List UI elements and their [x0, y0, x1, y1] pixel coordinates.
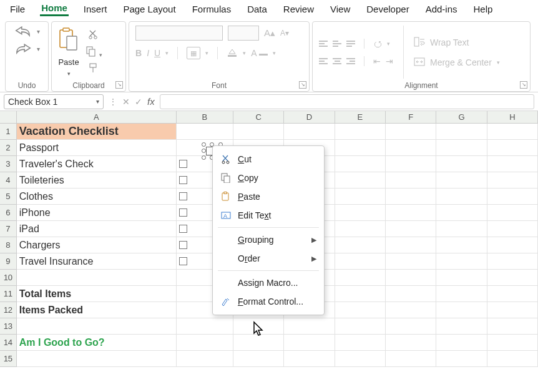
row-header[interactable]: 13 [0, 318, 17, 335]
column-header[interactable]: B [177, 111, 233, 124]
checkbox[interactable] [179, 176, 187, 184]
tab-home[interactable]: Home [40, 1, 69, 16]
row-header[interactable]: 1 [0, 124, 17, 140]
row-header[interactable]: 10 [0, 270, 17, 286]
fx-icon[interactable]: fx [147, 96, 155, 107]
row-header[interactable]: 3 [0, 156, 17, 172]
column-header[interactable]: F [386, 111, 436, 124]
cell[interactable]: Am I Good to Go? [17, 335, 177, 351]
font-color-icon[interactable]: A [251, 48, 267, 58]
tab-page-layout[interactable]: Page Layout [122, 2, 177, 16]
row-header[interactable]: 6 [0, 205, 17, 221]
row-header[interactable]: 8 [0, 237, 17, 253]
row-header[interactable]: 12 [0, 302, 17, 318]
row-header[interactable]: 2 [0, 140, 17, 156]
increase-indent-icon[interactable]: ⇥ [386, 56, 393, 66]
underline-button[interactable]: U [154, 48, 160, 58]
wrap-text-button[interactable]: Wrap Text [414, 37, 469, 49]
borders-icon[interactable]: ▦ [187, 47, 200, 59]
context-format-control[interactable]: Format Control... [213, 292, 324, 311]
cancel-icon[interactable]: ✕ [122, 97, 130, 107]
row-header[interactable]: 4 [0, 172, 17, 189]
column-header[interactable]: A [17, 111, 177, 124]
font-family-select[interactable] [135, 26, 223, 41]
dialog-launcher-icon[interactable]: ↘ [299, 81, 306, 89]
row-header[interactable]: 11 [0, 286, 17, 302]
tab-data[interactable]: Data [246, 2, 268, 16]
tab-add-ins[interactable]: Add-ins [424, 2, 459, 16]
tab-insert[interactable]: Insert [82, 2, 109, 16]
undo-button[interactable]: ▾ [14, 26, 40, 37]
orientation-icon[interactable]: ⭯ [373, 39, 382, 49]
cell[interactable]: iPhone [17, 205, 177, 221]
checkbox[interactable] [179, 241, 187, 249]
dialog-launcher-icon[interactable]: ↘ [115, 81, 123, 89]
bold-button[interactable]: B [135, 48, 142, 58]
cell[interactable]: Traveler's Check [17, 156, 177, 172]
italic-button[interactable]: I [147, 48, 149, 58]
checkbox[interactable] [179, 257, 187, 265]
cell[interactable]: Travel Insurance [17, 253, 177, 270]
font-size-select[interactable] [228, 26, 259, 41]
formula-input[interactable] [160, 94, 534, 109]
merge-center-button[interactable]: Merge & Center ▾ [414, 57, 500, 68]
context-copy[interactable]: Copy [213, 169, 324, 187]
align-center-icon[interactable] [333, 58, 341, 64]
cell[interactable]: Clothes [17, 189, 177, 205]
fill-color-icon[interactable] [227, 47, 238, 59]
context-order[interactable]: Order ▶ [213, 249, 324, 268]
cell[interactable]: Chargers [17, 237, 177, 253]
row-header[interactable]: 15 [0, 351, 17, 367]
confirm-icon[interactable]: ✓ [135, 97, 142, 107]
context-paste[interactable]: Paste [213, 187, 324, 206]
context-grouping[interactable]: Grouping ▶ [213, 230, 324, 249]
select-all-corner[interactable] [0, 111, 17, 124]
tab-help[interactable]: Help [472, 2, 494, 16]
dialog-launcher-icon[interactable]: ↘ [520, 81, 527, 89]
format-painter-icon[interactable] [88, 62, 99, 76]
cell[interactable] [17, 270, 177, 286]
copy-icon[interactable]: ▾ [86, 46, 102, 59]
tab-file[interactable]: File [9, 2, 26, 16]
tab-developer[interactable]: Developer [365, 2, 410, 16]
cell[interactable]: Toileteries [17, 172, 177, 189]
decrease-indent-icon[interactable]: ⇤ [373, 56, 381, 66]
column-header[interactable]: H [487, 111, 538, 124]
cell[interactable]: Vacation Checklist [17, 124, 177, 140]
cell[interactable]: Items Packed [17, 302, 177, 318]
column-header[interactable]: C [233, 111, 284, 124]
cell[interactable]: Passport [17, 140, 177, 156]
cut-icon[interactable] [88, 29, 99, 42]
checkbox[interactable] [179, 225, 187, 233]
context-assign-macro[interactable]: Assign Macro... [213, 273, 324, 292]
name-box[interactable]: Check Box 1 ▾ [4, 94, 104, 109]
align-right-icon[interactable] [346, 58, 355, 64]
row-header[interactable]: 5 [0, 189, 17, 205]
redo-button[interactable]: ▾ [14, 43, 40, 54]
context-cut[interactable]: Cut [213, 150, 324, 169]
cell[interactable] [177, 124, 233, 140]
chevron-down-icon[interactable]: ▾ [96, 98, 99, 105]
align-bottom-icon[interactable] [346, 41, 355, 47]
tab-review[interactable]: Review [282, 2, 315, 16]
context-edit-text[interactable]: A Edit Text [213, 206, 324, 225]
cell[interactable] [233, 124, 284, 140]
align-top-icon[interactable] [319, 41, 328, 47]
checkbox[interactable] [179, 160, 187, 168]
row-header[interactable]: 9 [0, 253, 17, 270]
cell[interactable]: iPad [17, 221, 177, 237]
increase-font-icon[interactable]: A▴ [264, 27, 275, 39]
column-header[interactable]: E [335, 111, 386, 124]
align-left-icon[interactable] [319, 58, 328, 64]
checkbox[interactable] [179, 208, 187, 217]
paste-button[interactable]: Paste ▾ [58, 27, 79, 77]
column-header[interactable]: D [284, 111, 335, 124]
expand-formula-icon[interactable]: ⋮ [109, 97, 117, 107]
column-header[interactable]: G [436, 111, 487, 124]
tab-formulas[interactable]: Formulas [191, 2, 233, 16]
row-header[interactable]: 7 [0, 221, 17, 237]
row-header[interactable]: 14 [0, 335, 17, 351]
cell[interactable]: Total Items [17, 286, 177, 302]
tab-view[interactable]: View [329, 2, 351, 16]
checkbox[interactable] [179, 192, 187, 200]
